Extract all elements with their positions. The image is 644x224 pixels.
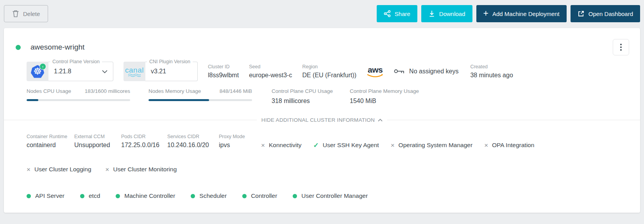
external-ccm-label: External CCM bbox=[74, 134, 121, 139]
services-cidr-value: 10.240.16.0/20 bbox=[167, 142, 219, 149]
cluster-id-detail: Cluster ID l8ss9wlbmt bbox=[208, 64, 239, 79]
feature-opa-integration: × OPA Integration bbox=[484, 142, 534, 149]
cross-icon: × bbox=[106, 166, 109, 173]
additional-info-divider: HIDE ADDITIONAL CLUSTER INFORMATION bbox=[4, 117, 640, 123]
check-icon: ✓ bbox=[313, 142, 319, 149]
additional-details-row: Container Runtime containerd External CC… bbox=[4, 134, 640, 149]
control-plane-version-value: 1.21.8 bbox=[54, 68, 71, 75]
control-plane-version-select[interactable]: Control Plane Version 1.21.8 bbox=[48, 62, 113, 81]
control-plane-cpu-usage-label: Control Plane CPU Usage bbox=[272, 88, 342, 94]
components-status-row: API Server etcd Machine Controller Sched… bbox=[4, 192, 640, 199]
control-plane-version-field: ☸ ↑ Control Plane Version 1.21.8 bbox=[27, 62, 113, 81]
cni-plugin-version-label: CNI Plugin Version bbox=[147, 59, 193, 64]
healthy-dot-icon bbox=[293, 194, 297, 198]
pods-cidr-detail: Pods CIDR 172.25.0.0/16 bbox=[121, 134, 167, 149]
pods-cidr-value: 172.25.0.0/16 bbox=[121, 142, 167, 149]
usage-row: Nodes CPU Usage 183/1600 millicores Node… bbox=[4, 88, 640, 105]
kebab-icon bbox=[620, 44, 622, 45]
nodes-memory-usage-label: Nodes Memory Usage bbox=[148, 88, 201, 94]
container-runtime-detail: Container Runtime containerd bbox=[27, 134, 74, 149]
nodes-memory-usage-value: 848/1446 MiB bbox=[220, 88, 252, 94]
download-button[interactable]: Download bbox=[421, 5, 472, 22]
healthy-dot-icon bbox=[116, 194, 120, 198]
region-label: Region bbox=[302, 64, 356, 69]
open-dashboard-button[interactable]: Open Dashboard bbox=[571, 5, 640, 22]
nodes-memory-progressbar bbox=[148, 99, 252, 101]
chevron-up-icon bbox=[378, 119, 383, 122]
cluster-card-header: awesome-wright bbox=[4, 28, 640, 55]
delete-button-label: Delete bbox=[23, 11, 40, 17]
feature-user-cluster-logging: × User Cluster Logging bbox=[27, 166, 91, 173]
toolbar: Delete Share Download + Add Machine Depl… bbox=[4, 5, 640, 22]
external-link-icon bbox=[578, 10, 585, 17]
ssh-keys-text: No assigned keys bbox=[409, 68, 458, 75]
proxy-mode-value: ipvs bbox=[219, 142, 249, 149]
seed-value: europe-west3-c bbox=[249, 72, 292, 79]
add-machine-deployment-button[interactable]: + Add Machine Deployment bbox=[476, 5, 567, 22]
kubernetes-logo-icon: ☸ ↑ bbox=[27, 62, 48, 81]
toolbar-right-group: Share Download + Add Machine Deployment … bbox=[377, 5, 640, 22]
cni-plugin-version-value-box: CNI Plugin Version v3.21 bbox=[145, 62, 198, 81]
delete-button[interactable]: Delete bbox=[4, 5, 48, 22]
hide-additional-info-label: HIDE ADDITIONAL CLUSTER INFORMATION bbox=[261, 117, 375, 123]
services-cidr-detail: Services CIDR 10.240.16.0/20 bbox=[167, 134, 219, 149]
seed-label: Seed bbox=[249, 64, 292, 69]
cross-icon: × bbox=[484, 142, 488, 149]
proxy-mode-detail: Proxy Mode ipvs bbox=[219, 134, 249, 149]
open-dashboard-label: Open Dashboard bbox=[589, 11, 633, 17]
feature-user-ssh-key-agent: ✓ User SSH Key Agent bbox=[313, 142, 379, 149]
nodes-cpu-usage-value: 183/1600 millicores bbox=[85, 88, 130, 94]
component-user-controller-manager: User Controller Manager bbox=[293, 192, 368, 199]
nodes-memory-usage: Nodes Memory Usage 848/1446 MiB bbox=[148, 88, 252, 105]
control-plane-memory-usage-value: 1540 MiB bbox=[350, 98, 420, 105]
cluster-name: awesome-wright bbox=[30, 43, 84, 52]
plus-icon: + bbox=[483, 9, 488, 18]
ssh-keys-row[interactable]: No assigned keys bbox=[394, 68, 458, 75]
healthy-dot-icon bbox=[27, 194, 31, 198]
component-controller: Controller bbox=[242, 192, 277, 199]
control-plane-cpu-usage-value: 318 millicores bbox=[272, 98, 342, 105]
created-value: 38 minutes ago bbox=[470, 72, 513, 79]
control-plane-memory-usage-label: Control Plane Memory Usage bbox=[350, 88, 420, 94]
cni-plugin-version-value: v3.21 bbox=[151, 68, 166, 75]
cluster-id-value: l8ss9wlbmt bbox=[208, 72, 239, 79]
add-machine-deployment-label: Add Machine Deployment bbox=[492, 11, 560, 17]
healthy-dot-icon bbox=[242, 194, 247, 198]
cross-icon: × bbox=[391, 142, 395, 149]
cluster-health-dot bbox=[16, 45, 21, 50]
external-ccm-detail: External CCM Unsupported bbox=[74, 134, 121, 149]
cni-plugin-version-field: canal CNI Plugin Version v3.21 bbox=[123, 62, 198, 81]
feature-konnectivity: × Konnectivity bbox=[261, 142, 302, 149]
cluster-id-label: Cluster ID bbox=[208, 64, 239, 69]
nodes-cpu-usage: Nodes CPU Usage 183/1600 millicores bbox=[27, 88, 130, 105]
cluster-menu-button[interactable] bbox=[613, 39, 629, 55]
trash-icon bbox=[12, 10, 19, 18]
canal-logo-icon: canal bbox=[123, 62, 145, 81]
download-button-label: Download bbox=[439, 11, 465, 17]
feature-operating-system-manager: × Operating System Manager bbox=[391, 142, 472, 149]
cluster-card: awesome-wright ☸ ↑ Control Plane Version… bbox=[4, 28, 640, 213]
seed-detail: Seed europe-west3-c bbox=[249, 64, 292, 79]
proxy-mode-label: Proxy Mode bbox=[219, 134, 249, 139]
external-ccm-value: Unsupported bbox=[74, 142, 121, 149]
component-api-server: API Server bbox=[27, 192, 64, 199]
features-row-2: × User Cluster Logging × User Cluster Mo… bbox=[4, 166, 640, 173]
component-machine-controller: Machine Controller bbox=[116, 192, 175, 199]
services-cidr-label: Services CIDR bbox=[167, 134, 219, 139]
region-detail: Region DE (EU (Frankfurt)) bbox=[302, 64, 356, 79]
pods-cidr-label: Pods CIDR bbox=[121, 134, 167, 139]
download-icon bbox=[428, 10, 435, 17]
control-plane-version-label: Control Plane Version bbox=[50, 59, 102, 64]
cross-icon: × bbox=[27, 166, 30, 173]
nodes-cpu-progressbar bbox=[27, 99, 130, 101]
share-icon bbox=[384, 10, 391, 17]
healthy-dot-icon bbox=[80, 194, 84, 198]
share-button[interactable]: Share bbox=[377, 5, 417, 22]
created-label: Created bbox=[470, 64, 513, 69]
nodes-cpu-usage-label: Nodes CPU Usage bbox=[27, 88, 71, 94]
control-plane-memory-usage: Control Plane Memory Usage 1540 MiB bbox=[350, 88, 420, 105]
share-button-label: Share bbox=[395, 11, 410, 17]
key-icon bbox=[394, 69, 404, 75]
hide-additional-info-button[interactable]: HIDE ADDITIONAL CLUSTER INFORMATION bbox=[257, 117, 387, 123]
aws-provider-icon: aws bbox=[367, 66, 384, 78]
